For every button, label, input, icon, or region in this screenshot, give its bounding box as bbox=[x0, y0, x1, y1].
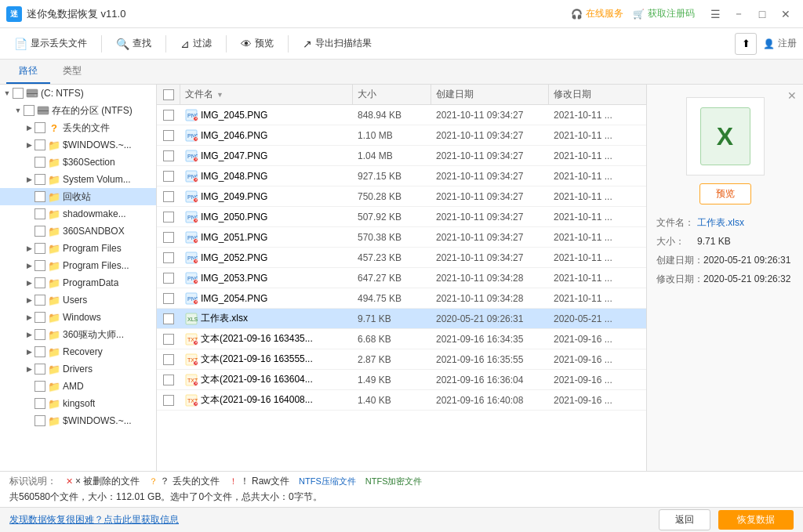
row-checkbox[interactable] bbox=[163, 191, 174, 202]
register-btn[interactable]: 👤 注册 bbox=[763, 37, 797, 50]
tree-item-drive[interactable]: ▼ (C: NTFS) bbox=[0, 85, 156, 102]
checkbox-360[interactable] bbox=[35, 157, 45, 168]
checkbox-shadowmake[interactable] bbox=[35, 208, 45, 219]
row-checkbox[interactable] bbox=[163, 150, 174, 161]
header-size-col[interactable]: 大小 bbox=[353, 85, 431, 104]
tree-item-partition[interactable]: ▼ 存在的分区 (NTFS) bbox=[0, 102, 156, 119]
table-row[interactable]: PNG ✕ IMG_2048.PNG 927.15 KB 2021-10-11 … bbox=[157, 166, 646, 186]
row-checkbox[interactable] bbox=[163, 395, 174, 406]
table-row[interactable]: PNG ✕ IMG_2051.PNG 570.38 KB 2021-10-11 … bbox=[157, 227, 646, 248]
checkbox-360drv[interactable] bbox=[35, 329, 45, 340]
checkbox-drive[interactable] bbox=[13, 88, 24, 99]
table-row[interactable]: PNG ✕ IMG_2045.PNG 848.94 KB 2021-10-11 … bbox=[157, 105, 646, 125]
row-checkbox[interactable] bbox=[163, 130, 174, 141]
header-create-col[interactable]: 创建日期 bbox=[431, 85, 549, 104]
tree-item-programfiles[interactable]: ▶ 📁 Program Files bbox=[0, 240, 156, 257]
tree-item-kingsoft[interactable]: 📁 kingsoft bbox=[0, 395, 156, 412]
header-modify-col[interactable]: 修改日期 bbox=[549, 85, 646, 104]
show-lost-files-btn[interactable]: 📄 显示丢失文件 bbox=[6, 32, 95, 56]
export-btn[interactable]: ↗ 导出扫描结果 bbox=[295, 32, 380, 56]
tree-item-360driver[interactable]: ▶ 📁 360驱动大师... bbox=[0, 326, 156, 343]
help-link[interactable]: 发现数据恢复很困难？点击此里获取信息 bbox=[9, 513, 179, 527]
header-name-col[interactable]: 文件名 ▼ bbox=[180, 85, 353, 104]
table-row[interactable]: PNG ✕ IMG_2047.PNG 1.04 MB 2021-10-11 09… bbox=[157, 146, 646, 166]
expander-drive[interactable]: ▼ bbox=[2, 89, 13, 97]
tree-item-shadowmake[interactable]: 📁 shadowmake... bbox=[0, 205, 156, 223]
filter-btn[interactable]: ⊿ 过滤 bbox=[173, 32, 220, 56]
tree-item-recovery[interactable]: ▶ 📁 Recovery bbox=[0, 343, 156, 360]
expander-pfx86[interactable]: ▶ bbox=[24, 262, 35, 270]
tree-item-360section[interactable]: 📁 $360Section bbox=[0, 154, 156, 171]
row-checkbox[interactable] bbox=[163, 110, 174, 121]
tree-item-programfilesx86[interactable]: ▶ 📁 Program Files... bbox=[0, 257, 156, 274]
expander-windows[interactable]: ▶ bbox=[24, 313, 35, 321]
expander-pd[interactable]: ▶ bbox=[24, 279, 35, 287]
row-checkbox[interactable] bbox=[163, 313, 174, 324]
expander-360drv[interactable]: ▶ bbox=[24, 331, 35, 338]
tree-item-users[interactable]: ▶ 📁 Users bbox=[0, 291, 156, 309]
tree-item-windows2[interactable]: 📁 $WINDOWS.~... bbox=[0, 412, 156, 429]
row-checkbox[interactable] bbox=[163, 334, 174, 345]
expander-lost[interactable]: ▶ bbox=[24, 124, 35, 132]
preview-btn[interactable]: 👁 预览 bbox=[233, 32, 282, 56]
expander-win1[interactable]: ▶ bbox=[24, 141, 35, 149]
maximize-btn[interactable]: □ bbox=[751, 3, 773, 25]
tree-item-sysvolum[interactable]: ▶ 📁 System Volum... bbox=[0, 171, 156, 188]
tree-item-drivers[interactable]: ▶ 📁 Drivers bbox=[0, 360, 156, 378]
table-row[interactable]: XLS 工作表.xlsx 9.71 KB 2020-05-21 09:26:31… bbox=[157, 309, 646, 329]
row-checkbox[interactable] bbox=[163, 212, 174, 223]
tab-path[interactable]: 路径 bbox=[6, 60, 50, 84]
checkbox-pd[interactable] bbox=[35, 277, 45, 288]
checkbox-windows[interactable] bbox=[35, 312, 45, 323]
checkbox-kingsoft[interactable] bbox=[35, 398, 45, 409]
table-row[interactable]: PNG ✕ IMG_2049.PNG 750.28 KB 2021-10-11 … bbox=[157, 186, 646, 207]
table-row[interactable]: PNG ✕ IMG_2054.PNG 494.75 KB 2021-10-11 … bbox=[157, 288, 646, 309]
row-checkbox[interactable] bbox=[163, 273, 174, 284]
tree-item-windows[interactable]: ▶ 📁 Windows bbox=[0, 309, 156, 326]
checkbox-pf[interactable] bbox=[35, 243, 45, 254]
preview-action-btn[interactable]: 预览 bbox=[699, 183, 751, 204]
tree-item-programdata[interactable]: ▶ 📁 ProgramData bbox=[0, 274, 156, 291]
checkbox-recovery[interactable] bbox=[35, 346, 45, 357]
table-row[interactable]: PNG ✕ IMG_2050.PNG 507.92 KB 2021-10-11 … bbox=[157, 207, 646, 227]
table-row[interactable]: PNG ✕ IMG_2053.PNG 647.27 KB 2021-10-11 … bbox=[157, 268, 646, 288]
table-row[interactable]: TXT ✕ 文本(2021-09-16 164008... 1.40 KB 20… bbox=[157, 390, 646, 411]
expander-pf[interactable]: ▶ bbox=[24, 244, 35, 252]
checkbox-sysvolum[interactable] bbox=[35, 174, 45, 185]
tree-item-amd[interactable]: 📁 AMD bbox=[0, 378, 156, 395]
expander-partition[interactable]: ▼ bbox=[13, 107, 24, 114]
table-row[interactable]: PNG ✕ IMG_2052.PNG 457.23 KB 2021-10-11 … bbox=[157, 248, 646, 268]
checkbox-users[interactable] bbox=[35, 295, 45, 306]
checkbox-win1[interactable] bbox=[35, 139, 45, 150]
expander-drivers[interactable]: ▶ bbox=[24, 365, 35, 373]
header-checkbox[interactable] bbox=[163, 89, 174, 100]
menu-btn[interactable]: ☰ bbox=[704, 3, 726, 25]
table-row[interactable]: TXT ✕ 文本(2021-09-16 163555... 2.87 KB 20… bbox=[157, 349, 646, 370]
header-checkbox-col[interactable] bbox=[157, 85, 180, 104]
row-checkbox[interactable] bbox=[163, 293, 174, 304]
checkbox-partition[interactable] bbox=[24, 105, 35, 116]
preview-close-btn[interactable]: ✕ bbox=[787, 89, 797, 102]
online-service-btn[interactable]: 🎧 在线服务 bbox=[571, 7, 623, 20]
expander-recovery[interactable]: ▶ bbox=[24, 348, 35, 356]
back-button[interactable]: 返回 bbox=[659, 509, 710, 530]
tree-item-360sandbox[interactable]: 📁 360SANDBOX bbox=[0, 223, 156, 240]
checkbox-recycle[interactable] bbox=[35, 191, 45, 202]
expander-sysvolum[interactable]: ▶ bbox=[24, 176, 35, 183]
expander-users[interactable]: ▶ bbox=[24, 296, 35, 304]
tab-type[interactable]: 类型 bbox=[50, 60, 94, 84]
table-row[interactable]: TXT ✕ 文本(2021-09-16 163435... 6.68 KB 20… bbox=[157, 329, 646, 349]
checkbox-drivers[interactable] bbox=[35, 364, 45, 375]
row-checkbox[interactable] bbox=[163, 171, 174, 182]
checkbox-lost[interactable] bbox=[35, 122, 45, 133]
share-btn[interactable]: ⬆ bbox=[735, 33, 757, 55]
checkbox-win2[interactable] bbox=[35, 415, 45, 426]
row-checkbox[interactable] bbox=[163, 354, 174, 365]
tree-item-lost-files[interactable]: ▶ ? 丢失的文件 bbox=[0, 119, 156, 136]
checkbox-pfx86[interactable] bbox=[35, 260, 45, 271]
tree-item-recycle[interactable]: 📁 回收站 bbox=[0, 188, 156, 205]
row-checkbox[interactable] bbox=[163, 252, 174, 263]
tree-item-windows1[interactable]: ▶ 📁 $WINDOWS.~... bbox=[0, 136, 156, 154]
checkbox-360sb[interactable] bbox=[35, 226, 45, 237]
row-checkbox[interactable] bbox=[163, 375, 174, 385]
